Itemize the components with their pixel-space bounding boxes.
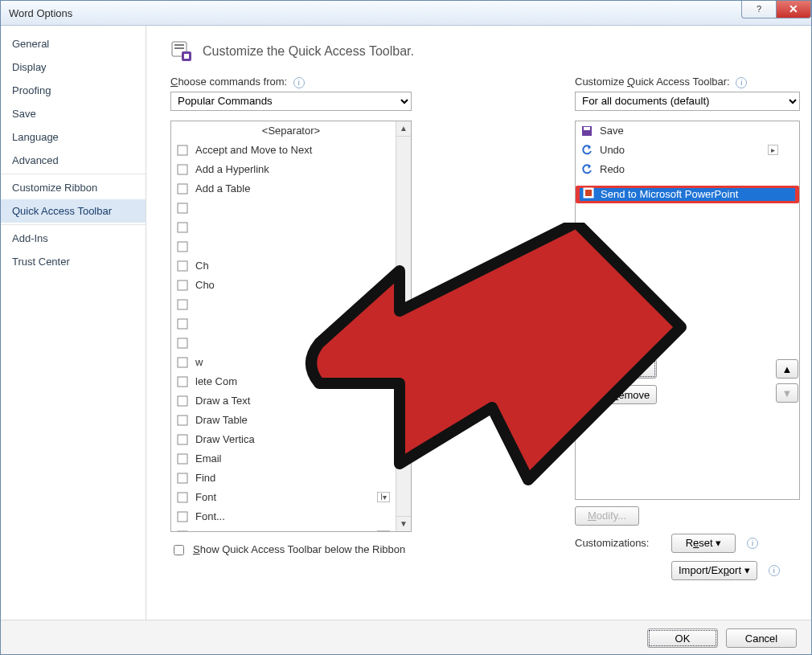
show-below-ribbon-label: Show Quick Access Toolbar below the Ribb…	[193, 543, 405, 555]
powerpoint-icon	[583, 187, 594, 201]
command-icon	[176, 433, 189, 446]
svg-rect-20	[178, 435, 187, 444]
svg-rect-4	[184, 54, 189, 59]
move-up-button[interactable]: ▲	[776, 359, 798, 379]
sidebar-item-quick-access-toolbar[interactable]: Quick Access Toolbar	[1, 199, 146, 223]
info-icon[interactable]: i	[747, 538, 758, 549]
svg-rect-6	[178, 165, 187, 174]
ok-button[interactable]: OK	[647, 628, 718, 648]
sidebar-item-advanced[interactable]: Advanced	[1, 149, 146, 172]
command-item[interactable]: Font...	[171, 507, 411, 526]
svg-rect-9	[178, 223, 187, 232]
svg-rect-16	[178, 358, 187, 367]
modify-button[interactable]: Modify...	[575, 506, 639, 526]
command-item[interactable]: Draw Vertica	[171, 430, 411, 449]
command-item[interactable]: Cho	[171, 276, 411, 295]
sidebar-item-language[interactable]: Language	[1, 125, 146, 149]
sidebar-item-customize-ribbon[interactable]: Customize Ribbon	[1, 174, 146, 199]
svg-rect-10	[178, 242, 187, 252]
customizations-label: Customizations:	[575, 537, 663, 549]
command-item[interactable]: Accept and Move to Next	[171, 141, 411, 160]
cancel-button[interactable]: Cancel	[726, 628, 797, 648]
command-item[interactable]	[171, 314, 411, 334]
svg-rect-29	[584, 127, 590, 130]
command-icon	[176, 530, 189, 532]
command-item[interactable]: Add a Table	[171, 179, 411, 199]
command-item[interactable]	[171, 199, 411, 218]
qat-commands-list[interactable]: SaveUndo▸Redo	[575, 121, 800, 500]
sidebar-item-proofing[interactable]: Proofing	[1, 79, 146, 102]
command-item[interactable]	[171, 295, 411, 314]
choose-commands-combo[interactable]: Popular Commands	[170, 92, 412, 111]
move-down-button[interactable]: ▼	[776, 383, 798, 403]
qat-item[interactable]: Save	[576, 121, 799, 141]
command-icon	[176, 337, 189, 350]
scroll-down-icon[interactable]: ▼	[396, 516, 411, 531]
qat-item[interactable]: Redo	[576, 160, 799, 179]
command-item[interactable]: lete Com	[171, 372, 411, 391]
import-export-button[interactable]: Import/Export ▾	[671, 561, 757, 580]
command-item[interactable]	[171, 237, 411, 256]
command-item[interactable]: Add a Hyperlink	[171, 160, 411, 179]
command-item[interactable]: FontI▾	[171, 488, 411, 507]
svg-rect-1	[174, 44, 184, 46]
command-item[interactable]	[171, 218, 411, 237]
choose-commands-column: Choose commands from: i Popular Commands…	[170, 76, 412, 580]
command-icon	[176, 221, 189, 234]
word-options-window: Word Options ? ✕ GeneralDisplayProofingS…	[0, 0, 812, 655]
dropdown-indicator-icon: I▾	[377, 492, 390, 502]
command-item[interactable]: w	[171, 353, 411, 372]
command-icon	[176, 375, 189, 388]
qat-item-icon	[580, 163, 593, 176]
svg-rect-11	[178, 261, 187, 271]
command-icon	[176, 452, 189, 465]
qat-item-icon	[580, 144, 593, 157]
command-icon	[176, 240, 189, 253]
command-item[interactable]	[171, 334, 411, 353]
window-title: Word Options	[9, 7, 72, 19]
customize-qat-combo[interactable]: For all documents (default)	[575, 92, 800, 111]
command-item[interactable]: Draw a Text	[171, 391, 411, 411]
sidebar-item-display[interactable]: Display	[1, 55, 146, 79]
sidebar-item-add-ins[interactable]: Add-Ins	[1, 224, 146, 250]
main-panel: Customize the Quick Access Toolbar. Choo…	[146, 26, 811, 620]
scroll-up-icon[interactable]: ▲	[396, 121, 411, 137]
reset-button[interactable]: Reset ▾	[671, 534, 736, 553]
qat-item[interactable]: Undo▸	[576, 141, 799, 160]
svg-rect-8	[178, 203, 187, 213]
help-button[interactable]: ?	[741, 0, 776, 18]
title-bar: Word Options ? ✕	[1, 1, 811, 26]
command-icon	[176, 144, 189, 157]
command-item[interactable]: Draw Table	[171, 411, 411, 430]
close-button[interactable]: ✕	[776, 0, 811, 18]
show-below-ribbon-checkbox[interactable]	[174, 545, 184, 555]
svg-rect-7	[178, 184, 187, 194]
command-icon	[176, 356, 189, 369]
customize-qat-label: Customize Quick Access Toolbar:	[575, 76, 730, 88]
command-item[interactable]: Font ColorI▾	[171, 526, 411, 532]
command-item[interactable]: Find	[171, 469, 411, 488]
sidebar-item-trust-center[interactable]: Trust Center	[1, 250, 146, 273]
category-sidebar: GeneralDisplayProofingSaveLanguageAdvanc…	[1, 26, 146, 620]
svg-rect-19	[178, 416, 187, 425]
svg-rect-22	[178, 473, 187, 483]
choose-commands-label: Choose commands from:	[170, 76, 287, 88]
available-commands-list[interactable]: <Separator>Accept and Move to NextAdd a …	[170, 121, 412, 532]
qat-item-icon	[580, 125, 593, 137]
info-icon[interactable]: i	[293, 77, 305, 88]
dropdown-indicator-icon: I▾	[377, 530, 390, 532]
command-icon	[176, 298, 189, 311]
remove-button[interactable]: << Remove	[588, 385, 657, 404]
info-icon[interactable]: i	[769, 565, 780, 576]
command-item[interactable]: Ch	[171, 256, 411, 276]
command-icon	[176, 260, 189, 272]
info-icon[interactable]: i	[736, 77, 747, 88]
scrollbar[interactable]: ▲ ▼	[396, 121, 411, 531]
add-button[interactable]: Add >>	[588, 359, 657, 379]
sidebar-item-save[interactable]: Save	[1, 102, 146, 125]
dropdown-indicator-icon: ▸	[768, 145, 778, 155]
sidebar-item-general[interactable]: General	[1, 32, 146, 55]
command-item[interactable]: Email	[171, 449, 411, 469]
qat-column: Customize Quick Access Toolbar: i For al…	[575, 76, 800, 580]
command-item[interactable]: <Separator>	[171, 121, 411, 141]
